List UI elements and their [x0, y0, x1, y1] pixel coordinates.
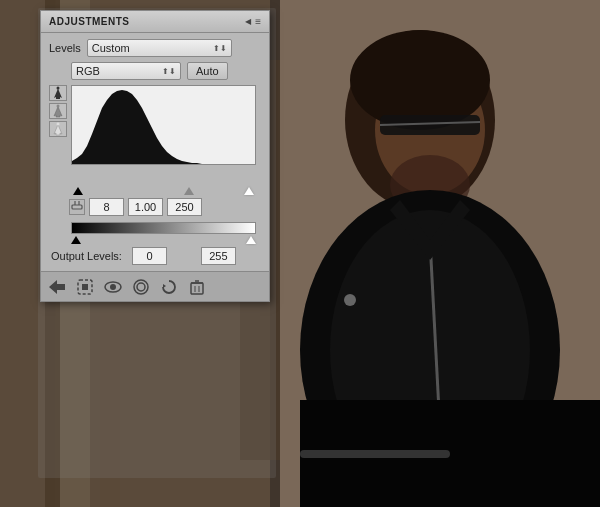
svg-point-36	[137, 283, 145, 291]
svg-point-34	[110, 284, 116, 290]
output-labels-row: Output Levels:	[51, 247, 261, 265]
svg-rect-18	[300, 450, 450, 458]
trash-button[interactable]	[187, 277, 207, 297]
svg-marker-37	[163, 284, 166, 288]
levels-label: Levels	[49, 42, 81, 54]
svg-point-23	[57, 87, 60, 90]
refresh-button[interactable]	[159, 277, 179, 297]
white-point-slider[interactable]	[244, 187, 254, 195]
adjustments-panel: ADJUSTMENTS ◀ ≡ Levels Custom ⬆⬇ RGB ⬆⬇ …	[40, 10, 270, 302]
gray-eyedropper-button[interactable]	[49, 103, 67, 119]
select-button[interactable]	[75, 277, 95, 297]
svg-rect-38	[191, 283, 203, 294]
white-input-field[interactable]	[167, 198, 202, 216]
black-point-slider[interactable]	[73, 187, 83, 195]
input-triangles-row	[71, 187, 256, 195]
channel-value: RGB	[76, 65, 100, 77]
output-white-slider[interactable]	[246, 236, 256, 244]
mask-button[interactable]	[131, 277, 151, 297]
preset-dropdown-arrow: ⬆⬇	[213, 44, 227, 53]
preset-dropdown[interactable]: Custom ⬆⬇	[87, 39, 232, 57]
output-white-field[interactable]	[201, 247, 236, 265]
channel-dropdown[interactable]: RGB ⬆⬇	[71, 62, 181, 80]
svg-rect-27	[72, 205, 82, 209]
svg-marker-30	[49, 280, 65, 294]
black-input-field[interactable]	[89, 198, 124, 216]
panel-header: ADJUSTMENTS ◀ ≡	[41, 11, 269, 33]
midtone-slider[interactable]	[184, 187, 194, 195]
panel-controls: ◀ ≡	[245, 16, 261, 27]
preset-value: Custom	[92, 42, 130, 54]
histogram-area	[49, 85, 261, 185]
channel-row: RGB ⬆⬇ Auto	[71, 62, 261, 80]
channel-dropdown-arrow: ⬆⬇	[162, 67, 176, 76]
output-black-field[interactable]	[132, 247, 167, 265]
input-values-row	[69, 198, 261, 216]
levels-row: Levels Custom ⬆⬇	[49, 39, 261, 57]
gamma-input-field[interactable]	[128, 198, 163, 216]
clamp-icon[interactable]	[69, 199, 85, 215]
panel-collapse-icon[interactable]: ◀	[245, 17, 251, 26]
svg-rect-32	[82, 284, 88, 290]
eyedropper-tools	[49, 85, 67, 137]
panel-menu-icon[interactable]: ≡	[255, 16, 261, 27]
panel-title: ADJUSTMENTS	[49, 16, 130, 27]
black-eyedropper-button[interactable]	[49, 85, 67, 101]
output-black-slider[interactable]	[71, 236, 81, 244]
svg-point-25	[57, 123, 60, 126]
svg-point-16	[344, 294, 356, 306]
output-slider-container	[71, 222, 256, 244]
output-gradient-bar	[71, 222, 256, 234]
svg-point-35	[134, 280, 148, 294]
output-levels-label: Output Levels:	[51, 250, 122, 262]
svg-point-24	[57, 105, 60, 108]
bottom-toolbar	[41, 271, 269, 301]
back-button[interactable]	[47, 277, 67, 297]
eye-button[interactable]	[103, 277, 123, 297]
white-eyedropper-button[interactable]	[49, 121, 67, 137]
histogram-display	[71, 85, 256, 165]
panel-body: Levels Custom ⬆⬇ RGB ⬆⬇ Auto	[41, 33, 269, 271]
output-triangles	[71, 236, 256, 244]
auto-button[interactable]: Auto	[187, 62, 228, 80]
